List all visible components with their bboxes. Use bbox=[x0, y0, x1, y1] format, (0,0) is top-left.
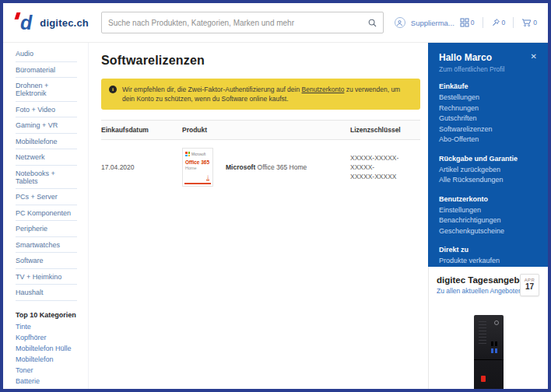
logo-wordmark: digitec.ch bbox=[40, 17, 89, 29]
box-red-bar bbox=[184, 183, 211, 185]
notice-text: Wir empfehlen dir, die Zwei-Faktor-Authe… bbox=[122, 85, 412, 103]
sidebar-item-mobiltelefone[interactable]: Mobiltelefone bbox=[16, 134, 77, 150]
sidebar-item-notebooks[interactable]: Notebooks + Tablets bbox=[16, 166, 77, 190]
close-icon[interactable]: ✕ bbox=[531, 52, 537, 61]
microsoft-squares-icon bbox=[185, 152, 190, 156]
search-bar[interactable] bbox=[101, 12, 384, 33]
purchase-date: 17.04.2020 bbox=[101, 163, 182, 171]
digitec-logo[interactable]: d digitec.ch bbox=[16, 13, 89, 33]
table-header-row: Einkaufsdatum Produkt Lizenzschlüssel bbox=[101, 120, 420, 140]
top-header: d digitec.ch Supplierma... 0 0 bbox=[3, 3, 548, 43]
product-cell: Microsoft Office 365 Home ↓ Microsoft Of… bbox=[182, 148, 350, 187]
watchlist-pin-button[interactable]: 0 bbox=[491, 18, 506, 27]
sidebar-item-foto-video[interactable]: Foto + Video bbox=[16, 102, 77, 118]
page-title: Softwarelizenzen bbox=[101, 54, 420, 68]
panel-top: Hallo Marco ✕ bbox=[439, 52, 537, 63]
sidebar-item-peripherie[interactable]: Peripherie bbox=[16, 221, 77, 237]
top10-item-batterie[interactable]: Batterie bbox=[16, 376, 77, 387]
info-icon: i bbox=[109, 86, 117, 93]
sidebar-item-pc-komponenten[interactable]: PC Komponenten bbox=[16, 205, 77, 222]
section-benutzerkonto: Benutzerkonto bbox=[439, 195, 537, 203]
two-factor-notice: i Wir empfehlen dir, die Zwei-Faktor-Aut… bbox=[101, 79, 420, 110]
main-content: Softwarelizenzen i Wir empfehlen dir, di… bbox=[89, 43, 428, 389]
account-avatar-icon[interactable] bbox=[395, 17, 405, 28]
lenovo-badge bbox=[481, 376, 486, 382]
cart-button[interactable]: 0 bbox=[521, 18, 537, 27]
menu-item-gutschriften[interactable]: Gutschriften bbox=[439, 114, 537, 124]
search-icon[interactable] bbox=[368, 19, 377, 27]
menu-item-abo-offerten[interactable]: Abo-Offerten bbox=[439, 135, 537, 145]
pc-usb-port bbox=[491, 341, 493, 346]
box-subtitle: Home bbox=[185, 166, 210, 170]
top10-item-toner[interactable]: Toner bbox=[16, 365, 77, 376]
menu-item-alle-ruecksendungen[interactable]: Alle Rücksendungen bbox=[439, 175, 537, 186]
microsoft-logo: Microsoft bbox=[185, 152, 210, 156]
pc-vents bbox=[479, 321, 486, 345]
sidebar-item-pcs-server[interactable]: PCs + Server bbox=[16, 189, 77, 205]
section-rueckgabe: Rückgabe und Garantie bbox=[439, 155, 537, 163]
header-actions: Supplierma... 0 0 0 bbox=[395, 17, 537, 28]
box-title: Office 365 bbox=[185, 159, 210, 165]
divider bbox=[513, 17, 514, 28]
deal-product-image-pc-tower[interactable] bbox=[474, 315, 504, 391]
menu-item-rechnungen[interactable]: Rechnungen bbox=[439, 103, 537, 114]
menu-item-benachrichtigungen[interactable]: Benachrichtigungen bbox=[439, 215, 537, 226]
sidebar-item-netzwerk[interactable]: Netzwerk bbox=[16, 149, 77, 166]
license-table: Einkaufsdatum Produkt Lizenzschlüssel 17… bbox=[101, 120, 420, 194]
sidebar-item-smartwatches[interactable]: Smartwatches bbox=[16, 237, 77, 254]
digitec-window: d digitec.ch Supplierma... 0 0 bbox=[0, 0, 551, 392]
license-key-line2: XXXXX-XXXXX bbox=[350, 172, 420, 181]
sidebar-item-gaming[interactable]: Gaming + VR bbox=[16, 117, 77, 134]
menu-item-bestellungen[interactable]: Bestellungen bbox=[439, 93, 537, 103]
sidebar-item-drohnen[interactable]: Drohnen + Elektronik bbox=[16, 78, 77, 102]
sidebar-item-tv-heimkino[interactable]: TV + Heimkino bbox=[16, 269, 77, 285]
account-name-label[interactable]: Supplierma... bbox=[411, 19, 454, 27]
menu-item-geschenkgutscheine[interactable]: Geschenkgutscheine bbox=[439, 226, 537, 237]
top10-item-kopfhoerer[interactable]: Kopfhörer bbox=[16, 332, 77, 343]
benutzerkonto-link[interactable]: Benutzerkonto bbox=[302, 86, 345, 93]
divider bbox=[483, 17, 483, 28]
top10-item-mobiltelefon[interactable]: Mobiltelefon bbox=[16, 354, 77, 365]
section-einkaeufe: Einkäufe bbox=[439, 82, 537, 90]
calendar-badge: APR 17 bbox=[520, 274, 539, 296]
search-input[interactable] bbox=[108, 19, 368, 27]
col-produkt: Produkt bbox=[182, 126, 350, 134]
top10-item-huelle[interactable]: Mobiltelefon Hülle bbox=[16, 343, 77, 354]
pc-usb3-port bbox=[495, 348, 497, 353]
menu-item-einstellungen[interactable]: Einstellungen bbox=[439, 205, 537, 216]
top10-item-tinte[interactable]: Tinte bbox=[16, 321, 77, 332]
product-name[interactable]: Microsoft Office 365 Home bbox=[226, 163, 307, 171]
license-key: XXXXX-XXXXX-XXXXX- XXXXX-XXXXX bbox=[350, 153, 420, 181]
pc-seam bbox=[474, 359, 504, 360]
watchlist-count: 0 bbox=[502, 19, 506, 26]
pc-usb-port bbox=[495, 341, 497, 346]
menu-item-softwarelizenzen[interactable]: Softwarelizenzen bbox=[439, 124, 537, 135]
microsoft-box-brand: Microsoft bbox=[191, 152, 205, 156]
notice-pre: Wir empfehlen dir, die Zwei-Faktor-Authe… bbox=[122, 86, 302, 93]
product-title: Office 365 Home bbox=[255, 163, 307, 171]
public-profile-link[interactable]: Zum öffentlichen Profil bbox=[439, 65, 537, 73]
license-key-line1: XXXXX-XXXXX-XXXXX- bbox=[350, 153, 420, 172]
logo-d-icon: d bbox=[16, 13, 32, 33]
compare-button[interactable]: 0 bbox=[460, 18, 475, 27]
logo-red-tick bbox=[15, 12, 21, 19]
top10-item-usb-kabel[interactable]: USB Kabel bbox=[16, 387, 77, 392]
col-lizenzschluessel: Lizenzschlüssel bbox=[350, 126, 420, 134]
menu-item-produkte-verkaufen[interactable]: Produkte verkaufen bbox=[439, 256, 537, 267]
download-icon: ↓ bbox=[206, 174, 209, 180]
calendar-day: 17 bbox=[521, 282, 539, 291]
sidebar-item-software[interactable]: Software bbox=[16, 253, 77, 269]
compare-count: 0 bbox=[471, 19, 475, 26]
pc-power-button bbox=[494, 320, 499, 325]
daily-deal-section: digitec Tagesangebot Zu allen aktuellen … bbox=[428, 267, 548, 389]
sidebar-item-haushalt[interactable]: Haushalt bbox=[16, 285, 77, 301]
sidebar-item-audio[interactable]: Audio bbox=[16, 46, 77, 62]
menu-item-artikel-zurueckgeben[interactable]: Artikel zurückgeben bbox=[439, 165, 537, 176]
office365-box-image[interactable]: Microsoft Office 365 Home ↓ bbox=[182, 148, 213, 187]
category-sidebar: Audio Büromaterial Drohnen + Elektronik … bbox=[3, 43, 89, 389]
account-menu-panel: Hallo Marco ✕ Zum öffentlichen Profil Ei… bbox=[428, 43, 548, 267]
product-brand: Microsoft bbox=[226, 163, 255, 171]
col-einkaufsdatum: Einkaufsdatum bbox=[101, 126, 182, 134]
pc-usb3-port bbox=[491, 348, 493, 353]
sidebar-item-bueromaterial[interactable]: Büromaterial bbox=[16, 62, 77, 79]
